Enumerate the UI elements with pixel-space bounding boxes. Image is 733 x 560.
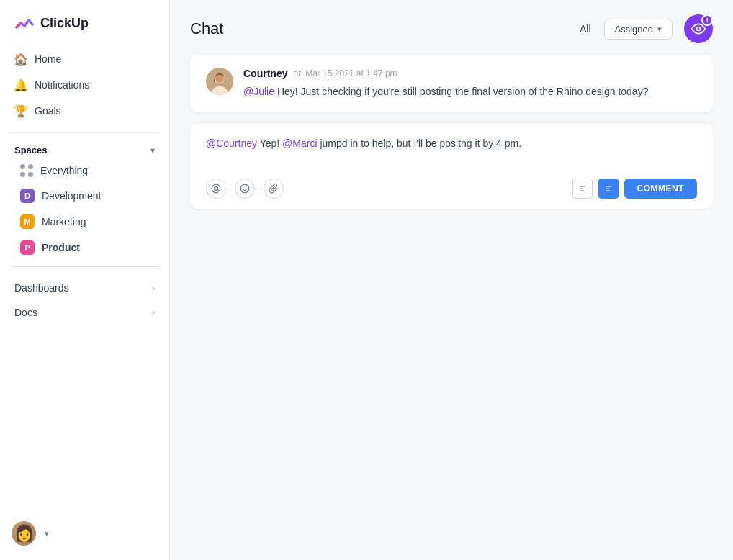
message-time: on Mar 15 2021 at 1:47 pm — [293, 68, 397, 78]
user-profile[interactable]: ▾ — [0, 515, 169, 551]
main-content: Chat All Assigned ▾ 1 — [170, 0, 733, 560]
spaces-divider — [9, 266, 161, 267]
chat-title: Chat — [190, 19, 567, 38]
user-avatar — [12, 521, 36, 546]
courtney-avatar — [206, 68, 233, 95]
assigned-label: Assigned — [615, 24, 653, 35]
mention-julie: @Julie — [243, 86, 274, 97]
sidebar-item-product[interactable]: P Product — [6, 235, 163, 261]
message-text-1: @Julie Hey! Just checking if you're stil… — [243, 83, 697, 99]
sidebar-item-everything[interactable]: Everything — [6, 158, 163, 183]
svg-rect-9 — [580, 186, 585, 187]
chevron-down-icon: ▾ — [150, 145, 155, 155]
sidebar-item-home-label: Home — [35, 53, 61, 65]
docs-left: Docs — [14, 307, 37, 318]
watch-button[interactable]: 1 — [684, 14, 713, 43]
svg-rect-13 — [606, 189, 609, 189]
bell-icon: 🔔 — [14, 78, 27, 91]
paperclip-icon — [269, 184, 279, 194]
watch-badge: 1 — [701, 14, 713, 26]
sidebar-item-marketing[interactable]: M Marketing — [6, 209, 163, 235]
sidebar-item-notifications[interactable]: 🔔 Notifications — [6, 72, 163, 98]
chat-header: Chat All Assigned ▾ 1 — [170, 0, 733, 55]
filter-all-button[interactable]: All — [578, 20, 593, 37]
sidebar-item-home[interactable]: 🏠 Home — [6, 46, 163, 72]
trophy-icon: 🏆 — [14, 104, 27, 117]
svg-point-0 — [697, 27, 701, 31]
app-name: ClickUp — [40, 16, 89, 31]
message-author-name: Courtney — [243, 68, 287, 79]
reply-toolbar: COMMENT — [206, 179, 697, 199]
attach-icon-button[interactable] — [264, 179, 284, 199]
courtney-avatar-img — [206, 68, 233, 95]
text-format-icon — [578, 184, 587, 193]
sidebar-item-development[interactable]: D Development — [6, 183, 163, 209]
user-caret-icon: ▾ — [45, 529, 49, 538]
spaces-list: Everything D Development M Marketing P P… — [0, 158, 169, 261]
assigned-filter-button[interactable]: Assigned ▾ — [604, 19, 673, 40]
dashboards-chevron-icon: › — [152, 283, 155, 293]
message-content-1: Courtney on Mar 15 2021 at 1:47 pm @Juli… — [243, 68, 697, 99]
space-marketing-label: Marketing — [42, 216, 86, 227]
reply-box: @Courtney Yep! @Marci jumpd in to help, … — [190, 124, 713, 209]
svg-rect-12 — [606, 186, 611, 187]
clickup-logo-icon — [14, 13, 35, 33]
space-development-label: Development — [42, 190, 102, 202]
format-button-gray[interactable] — [572, 179, 593, 199]
home-icon: 🏠 — [14, 53, 27, 66]
mention-icon-button[interactable] — [206, 179, 226, 199]
sidebar: ClickUp 🏠 Home 🔔 Notifications 🏆 Goals S… — [0, 0, 170, 560]
bottom-sections: Dashboards › Docs › — [0, 273, 169, 328]
sidebar-item-docs[interactable]: Docs › — [6, 300, 163, 325]
sidebar-item-goals[interactable]: 🏆 Goals — [6, 98, 163, 124]
svg-point-5 — [215, 187, 218, 191]
at-icon — [211, 184, 221, 194]
assigned-chevron-icon: ▾ — [657, 24, 662, 34]
emoji-icon-button[interactable] — [235, 179, 255, 199]
sidebar-item-notifications-label: Notifications — [35, 79, 89, 91]
toolbar-right: COMMENT — [572, 179, 698, 199]
nav-divider — [9, 132, 161, 133]
development-avatar: D — [20, 189, 35, 203]
logo-area[interactable]: ClickUp — [0, 0, 169, 43]
mention-courtney: @Courtney — [206, 137, 257, 149]
chat-body: Courtney on Mar 15 2021 at 1:47 pm @Juli… — [170, 55, 733, 560]
sidebar-nav: 🏠 Home 🔔 Notifications 🏆 Goals — [0, 43, 169, 127]
sidebar-item-dashboards[interactable]: Dashboards › — [6, 276, 163, 300]
svg-rect-11 — [580, 191, 585, 191]
dashboards-label: Dashboards — [14, 282, 69, 294]
comment-button[interactable]: COMMENT — [624, 179, 698, 199]
svg-rect-10 — [580, 189, 583, 189]
dashboards-left: Dashboards — [14, 282, 69, 294]
marketing-avatar: M — [20, 214, 35, 229]
product-avatar: P — [20, 240, 35, 255]
emoji-icon — [240, 184, 250, 194]
docs-chevron-icon: › — [152, 307, 155, 317]
reply-text-content: @Courtney Yep! @Marci jumpd in to help, … — [206, 135, 697, 170]
mention-marci: @Marci — [282, 137, 317, 149]
sidebar-item-goals-label: Goals — [35, 105, 61, 117]
space-product-label: Product — [42, 242, 80, 253]
svg-rect-14 — [606, 191, 611, 191]
spaces-label: Spaces — [14, 145, 48, 155]
toolbar-left — [206, 179, 284, 199]
everything-dots-icon — [20, 164, 33, 177]
spaces-header[interactable]: Spaces ▾ — [0, 139, 169, 158]
svg-point-6 — [240, 185, 249, 194]
message-card-1: Courtney on Mar 15 2021 at 1:47 pm @Juli… — [190, 55, 713, 112]
format-button-blue[interactable] — [598, 179, 619, 199]
message-author-line-1: Courtney on Mar 15 2021 at 1:47 pm — [243, 68, 697, 79]
text-bold-icon — [604, 184, 613, 193]
docs-label: Docs — [14, 307, 37, 318]
space-everything-label: Everything — [40, 165, 88, 176]
